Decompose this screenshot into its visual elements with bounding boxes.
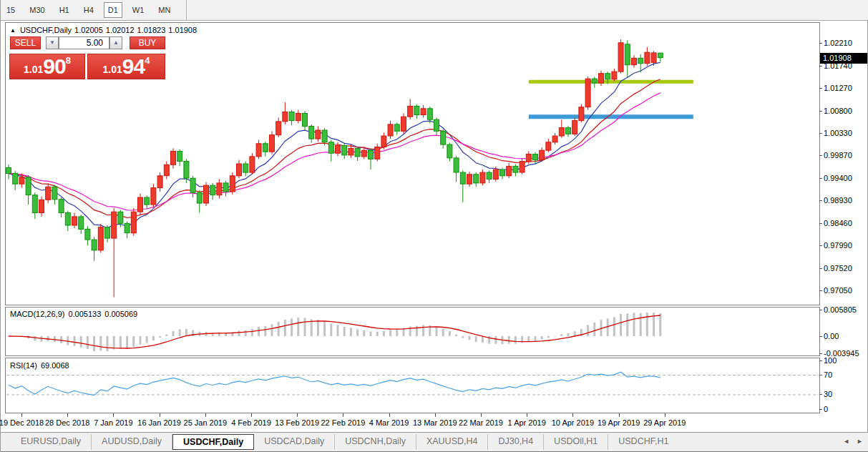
sell-price-base: 1.01 [24,62,43,77]
buy-price-pip: 4 [145,56,150,65]
chart-tab-usdcad-daily[interactable]: USDCAD,Daily [254,434,335,450]
date-axis-label: 13 Feb 2019 [275,418,319,427]
ohlc-high: 1.02012 [106,26,135,34]
rsi-panel[interactable] [5,358,820,413]
chart-tab-eurusd-daily[interactable]: EURUSD,Daily [11,434,92,450]
price-axis-label: 1.00330 [824,129,852,138]
macd-axis-label: 0.005805 [824,305,857,315]
sell-price-main: 90 [43,56,65,77]
ohlc-close: 1.01908 [168,26,197,34]
chart-symbol-label: USDCHF,Daily [20,26,72,34]
rsi-line [9,372,660,395]
date-axis-label: 4 Feb 2019 [231,418,271,427]
volume-input[interactable] [59,36,109,49]
price-axis-label: 1.01270 [824,84,852,93]
price-axis-label: 1.00800 [824,107,852,116]
price-axis-label: 0.97990 [824,241,852,250]
chart-tabbar: EURUSD,DailyAUDUSD,DailyUSDCHF,DailyUSDC… [1,432,868,452]
one-click-collapse-icon[interactable]: ▲ [10,27,16,34]
tab-scroll-left-icon[interactable]: ◄ [843,438,849,445]
buy-price-base: 1.01 [103,62,122,77]
date-axis-tick [297,413,298,417]
volume-decrease-button[interactable]: ▼ [46,36,59,49]
date-axis-label: 28 Dec 2018 [45,418,89,427]
date-axis-tick [481,413,482,417]
date-axis-label: 22 Mar 2019 [459,418,503,427]
macd-value-main: 0.005133 [68,310,101,318]
rsi-value: 69.0068 [41,361,69,370]
date-axis-label: 19 Dec 2018 [0,418,44,427]
date-axis-tick [160,413,160,417]
sell-price-button[interactable]: 1.01 90 8 [9,54,85,79]
date-axis-tick [205,413,206,417]
timeframe-group: 15M30H1H4D1W1MN [1,0,187,21]
date-axis-tick [665,413,665,417]
terminal-window: 15M30H1H4D1W1MN ▲ USDCHF,Daily 1.02005 1… [0,0,868,452]
date-axis-tick [343,413,343,417]
buy-button[interactable]: BUY [130,36,165,49]
price-axis-label: 0.97520 [824,264,852,273]
rsi-label: RSI(14) 69.0068 [10,361,69,370]
date-axis-label: 4 Mar 2019 [369,418,409,427]
date-axis-tick [21,413,22,417]
rsi-axis-label: 30 [824,390,832,399]
date-axis-tick [389,413,390,417]
macd-label: MACD(12,26,9) 0.005133 0.005069 [10,310,137,318]
volume-increase-button[interactable]: ▲ [109,36,122,49]
rsi-axis-label: 100 [824,356,837,365]
chart-tab-xauusd-h4[interactable]: XAUUSD,H4 [416,434,489,450]
timeframe-button-h4[interactable]: H4 [79,2,98,18]
timeframe-button-d1[interactable]: D1 [104,2,122,18]
macd-value-signal: 0.005069 [104,310,137,318]
timeframe-button-h1[interactable]: H1 [55,2,74,18]
date-axis-tick [619,413,620,417]
date-axis-label: 13 Mar 2019 [413,418,457,427]
date-axis-tick [435,413,436,417]
date-axis-tick [251,413,252,417]
date-axis-label: 29 Apr 2019 [643,418,686,427]
rsi-axis-label: 0 [824,405,828,414]
date-axis-tick [527,413,527,417]
date-axis-label: 10 Apr 2019 [552,418,594,427]
price-axis-label: 0.99870 [824,151,852,160]
buy-price-button[interactable]: 1.01 94 4 [87,54,165,79]
price-axis-label: 1.01740 [824,62,852,71]
timeframe-toolbar: 15M30H1H4D1W1MN [1,0,868,21]
ohlc-low: 1.01823 [137,26,166,34]
ma-medium [9,79,660,218]
chart-tab-usdchf-h1[interactable]: USDCHF,H1 [608,434,678,450]
timeframe-button-mn[interactable]: MN [154,2,175,18]
price-axis-label: 0.98930 [824,196,852,205]
ohlc-open: 1.02005 [74,26,103,34]
date-axis-label: 19 Apr 2019 [598,418,640,427]
chart-tab-dj30-h4[interactable]: DJ30,H4 [488,434,544,450]
date-axis-label: 16 Jan 2019 [137,418,181,427]
price-axis-label: 1.02210 [824,39,852,48]
timeframe-button-15[interactable]: 15 [2,2,19,18]
sell-price-pip: 8 [66,56,71,65]
sell-button[interactable]: SELL [10,36,41,49]
timeframe-button-w1[interactable]: W1 [128,2,149,18]
chart-tab-usdcnh-daily[interactable]: USDCNH,Daily [335,434,416,450]
chart-tab-usdchf-daily[interactable]: USDCHF,Daily [172,434,254,450]
date-axis-tick [113,413,114,417]
date-axis-label: 7 Jan 2019 [94,418,132,427]
buy-price-main: 94 [122,56,145,77]
price-axis-label: 0.98460 [824,219,852,228]
date-axis-label: 25 Jan 2019 [184,418,228,427]
rsi-axis-label: 70 [824,370,832,380]
chart-tab-usdoil-h1[interactable]: USDOil,H1 [544,434,608,450]
date-axis-label: 22 Feb 2019 [321,418,366,427]
date-axis-label: 1 Apr 2019 [508,418,546,427]
chart-tab-audusd-daily[interactable]: AUDUSD,Daily [92,434,172,450]
date-axis-tick [572,413,573,417]
tab-scroll-right-icon[interactable]: ► [857,438,863,445]
price-axis-label: 0.97050 [824,286,852,295]
price-axis-label: 0.99400 [824,174,852,183]
ma-fast [9,62,660,228]
macd-axis-label: 0.00 [824,332,839,341]
timeframe-button-m30[interactable]: M30 [25,2,49,18]
date-axis-tick [67,413,68,417]
chart-ohlc-title: ▲ USDCHF,Daily 1.02005 1.02012 1.01823 1… [10,26,197,34]
